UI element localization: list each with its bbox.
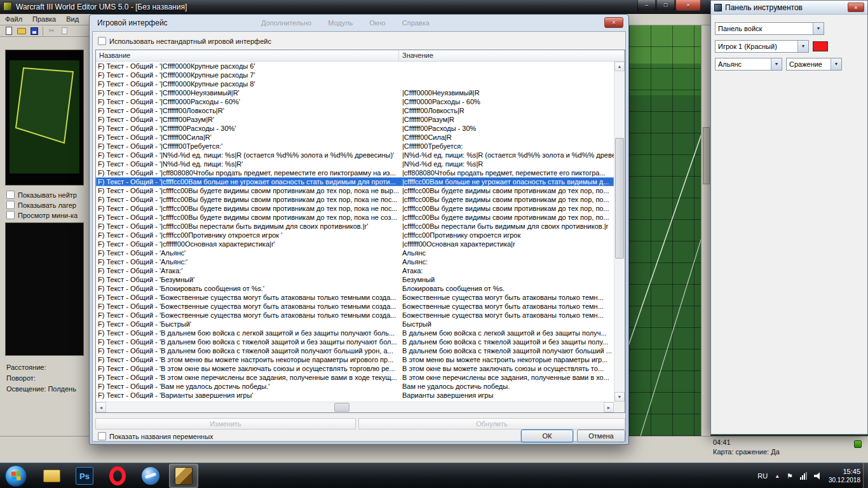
tray-expand-icon[interactable]: ▲ — [775, 473, 780, 479]
list-row[interactable]: F) Текст - Общий - 'Быстрый'Быстрый — [96, 320, 614, 329]
list-row[interactable]: F) Текст - Общий - 'В дальнем бою войска… — [96, 337, 614, 346]
list-row[interactable]: F) Текст - Общий - 'Альянс'Альянс — [96, 248, 614, 257]
list-row[interactable]: F) Текст - Общий - '|Cffffff00Ловкость|R… — [96, 106, 614, 115]
list-row[interactable]: F) Текст - Общий - '|cffffff00Основная х… — [96, 240, 614, 248]
row-name-cell: F) Текст - Общий - 'Божественные существ… — [96, 311, 399, 320]
tray-clock[interactable]: 15:45 30.12.2018 — [829, 468, 860, 484]
list-row[interactable]: F) Текст - Общий - '|Cffffff00Разум|R'|C… — [96, 115, 614, 124]
column-header-name[interactable]: Название — [96, 50, 399, 61]
palette-close-button[interactable]: × — [848, 3, 864, 12]
ok-button[interactable]: ОК — [521, 430, 573, 442]
dialog-close-button[interactable]: × — [604, 17, 623, 28]
list-row[interactable]: F) Текст - Общий - 'Божественные существ… — [96, 311, 614, 320]
minimap-preview[interactable] — [5, 50, 84, 186]
list-row[interactable]: F) Текст - Общий - 'Божественные существ… — [96, 302, 614, 311]
minimize-button[interactable]: – — [637, 0, 656, 11]
list-row[interactable]: F) Текст - Общий - 'Альянс:'Альянс: — [96, 257, 614, 266]
row-name-cell: F) Текст - Общий - 'Варианты завершения … — [96, 391, 399, 400]
cut-button[interactable]: ✂ — [45, 26, 58, 36]
combobox-value: Игрок 1 (Красный) — [718, 43, 777, 50]
open-file-button[interactable] — [15, 26, 28, 36]
list-row[interactable]: F) Текст - Общий - '|Cffff0000Неуязвимый… — [96, 88, 614, 97]
list-row[interactable]: F) Текст - Общий - 'В дальнем бою войска… — [96, 346, 614, 355]
list-row[interactable]: F) Текст - Общий - 'В дальнем бою войска… — [96, 329, 614, 337]
list-row[interactable]: F) Текст - Общий - 'Варианты завершения … — [96, 391, 614, 400]
list-row[interactable]: F) Текст - Общий - '|Cffffff00Сила|R'|Cf… — [96, 133, 614, 142]
new-file-button[interactable] — [3, 26, 15, 36]
palette-type-combobox[interactable]: Панель войск ▼ — [715, 22, 824, 35]
close-button[interactable]: × — [675, 0, 701, 11]
show-camps-checkbox[interactable]: Показывать лагер — [6, 201, 88, 209]
taskbar-photoshop-button[interactable]: Ps — [70, 464, 99, 488]
list-row[interactable]: F) Текст - Общий - 'Блокировать сообщени… — [96, 284, 614, 293]
scroll-down-icon[interactable]: ▼ — [614, 392, 625, 402]
list-row[interactable]: F) Текст - Общий - '|Cffffff00Расходы - … — [96, 124, 614, 133]
list-row[interactable]: F) Текст - Общий - 'Атака:'Атака: — [96, 266, 614, 275]
list-row[interactable]: F) Текст - Общий - 'В этом окне вы может… — [96, 364, 614, 373]
minimap-view-checkbox[interactable]: Просмотр мини-ка — [6, 211, 88, 219]
race-combobox[interactable]: Альянс ▼ — [715, 58, 782, 71]
list-horizontal-scrollbar[interactable]: ◄ ► — [96, 402, 614, 412]
list-row[interactable]: F) Текст - Общий - '|cffffcc00Вы будете … — [96, 186, 614, 195]
scroll-left-icon[interactable]: ◄ — [96, 402, 106, 412]
list-row[interactable]: F) Текст - Общий - '|Cffff0000Крупные ра… — [96, 71, 614, 79]
maximize-button[interactable]: □ — [656, 0, 675, 11]
network-icon[interactable] — [800, 472, 807, 480]
horizontal-scroll-thumb[interactable] — [334, 403, 349, 412]
language-indicator[interactable]: RU — [757, 472, 768, 480]
show-desktop-button[interactable] — [863, 463, 868, 488]
reset-button[interactable]: Обнулить — [358, 418, 625, 430]
show-variable-names-checkbox[interactable]: Показать названия переменных — [98, 432, 214, 440]
scroll-right-icon[interactable]: ► — [604, 402, 614, 412]
cancel-button[interactable]: Отмена — [577, 430, 625, 442]
list-row[interactable]: F) Текст - Общий - '|cffffcc00Вы будете … — [96, 195, 614, 204]
list-row[interactable]: F) Текст - Общий - 'В этом окне перечисл… — [96, 373, 614, 382]
taskbar-explorer-button[interactable] — [37, 464, 66, 488]
custom-interface-checkbox[interactable]: Использовать нестандартный игровой интер… — [98, 37, 271, 45]
map-scrollbar-thumb[interactable] — [703, 127, 710, 184]
list-row[interactable]: F) Текст - Общий - '|Cffff0000Расходы - … — [96, 97, 614, 106]
list-row-selected[interactable]: F) Текст - Общий - '|cffffcc00Вам больше… — [96, 177, 614, 186]
map-vertical-scrollbar[interactable] — [701, 25, 710, 436]
list-row[interactable]: F) Текст - Общий - '|Cffffff00Требуется:… — [96, 142, 614, 151]
save-button[interactable] — [28, 26, 41, 36]
action-center-icon[interactable]: ⚑ — [787, 472, 793, 480]
list-row[interactable]: F) Текст - Общий - '|N%d-%d ед. пищи: %s… — [96, 151, 614, 159]
volume-icon[interactable] — [814, 472, 822, 480]
scroll-up-icon[interactable]: ▲ — [614, 62, 625, 71]
list-row[interactable]: F) Текст - Общий - '|Cffff0000Крупные ра… — [96, 79, 614, 88]
taskbar-blue-app-button[interactable] — [136, 464, 165, 488]
list-row[interactable]: F) Текст - Общий - 'В этом меню вы может… — [96, 355, 614, 364]
list-row[interactable]: F) Текст - Общий - '|cffffcc00Вы будете … — [96, 213, 614, 222]
list-row[interactable]: F) Текст - Общий - 'Божественные существ… — [96, 293, 614, 302]
menu-item-вид[interactable]: Вид — [61, 14, 84, 25]
list-row[interactable]: F) Текст - Общий - '|cffffcc00Противнику… — [96, 231, 614, 240]
list-row[interactable]: F) Текст - Общий - 'Безумный'Безумный — [96, 275, 614, 284]
list-row[interactable]: F) Текст - Общий - '|Cffff0000Крупные ра… — [96, 62, 614, 71]
list-row[interactable]: F) Текст - Общий - '|N%d-%d ед. пищи: %s… — [96, 159, 614, 168]
folder-icon — [43, 470, 60, 482]
dialog-titlebar[interactable]: Игровой интерфейс ДополнительноМодульОкн… — [90, 15, 628, 31]
list-row[interactable]: F) Текст - Общий - '|cffffcc00Вы переста… — [96, 222, 614, 231]
show-neutral-checkbox[interactable]: Показывать нейтр — [6, 191, 88, 199]
list-row[interactable]: F) Текст - Общий - '|cffffcc00Вы будете … — [96, 204, 614, 213]
row-name-cell: F) Текст - Общий - 'В этом меню вы может… — [96, 355, 399, 364]
copy-button[interactable] — [58, 26, 71, 36]
row-name-cell: F) Текст - Общий - '|Cffff0000Расходы - … — [96, 97, 399, 106]
edit-button[interactable]: Изменить — [95, 418, 356, 430]
list-row[interactable]: F) Текст - Общий - 'Вам не удалось дости… — [96, 382, 614, 391]
menu-item-правка[interactable]: Правка — [27, 14, 61, 25]
list-row[interactable]: F) Текст - Общий - '|cff808080Чтобы прод… — [96, 168, 614, 177]
vertical-scroll-thumb[interactable] — [615, 138, 624, 259]
row-value-cell: |cffffcc00Вы будете видимы своим противн… — [399, 195, 614, 204]
player-combobox[interactable]: Игрок 1 (Красный) ▼ — [715, 40, 809, 53]
menu-item-файл[interactable]: Файл — [0, 14, 27, 25]
start-button[interactable] — [5, 465, 27, 487]
campaign-combobox[interactable]: Сражение ▼ — [786, 58, 842, 71]
column-header-value[interactable]: Значение — [399, 50, 625, 61]
taskbar-opera-button[interactable] — [103, 464, 132, 488]
list-vertical-scrollbar[interactable]: ▲ ▼ — [614, 62, 625, 402]
row-name-cell: F) Текст - Общий - '|cff808080Чтобы прод… — [96, 168, 399, 177]
palette-titlebar[interactable]: Панель инструментов × — [711, 1, 867, 15]
taskbar-world-editor-button[interactable] — [169, 464, 198, 488]
